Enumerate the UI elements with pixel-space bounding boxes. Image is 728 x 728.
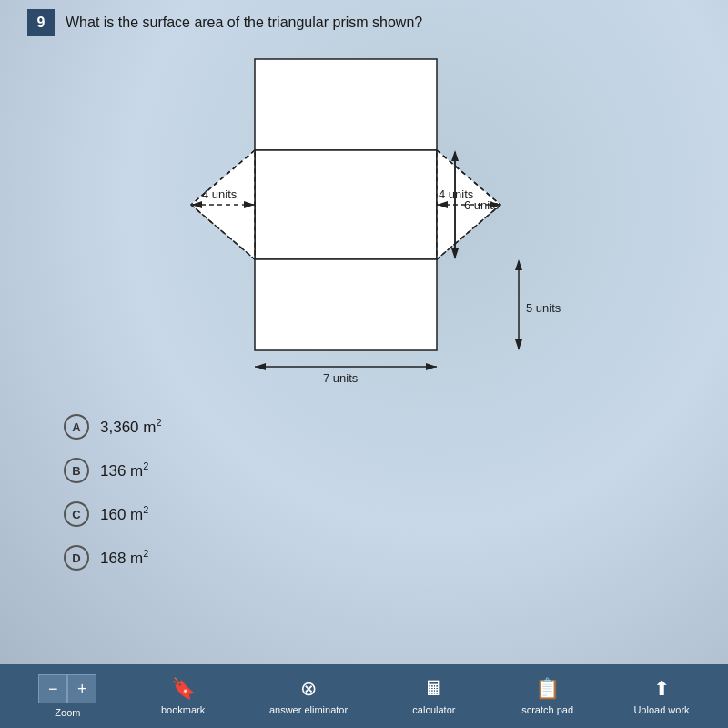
upload-label: Upload work [633, 704, 689, 715]
upload-work-button[interactable]: ⬆ Upload work [633, 677, 689, 715]
svg-text:7 units: 7 units [323, 371, 359, 385]
svg-rect-0 [255, 59, 437, 150]
answer-circle-d: D [64, 545, 89, 571]
diagram-container: 6 units 4 units 4 units 5 units [27, 50, 701, 396]
calculator-icon: 🖩 [424, 677, 444, 701]
answer-choice-a[interactable]: A 3,360 m2 [64, 414, 664, 440]
answer-circle-c: C [64, 501, 89, 527]
svg-marker-29 [255, 363, 266, 370]
svg-marker-30 [426, 363, 437, 370]
answer-circle-a: A [64, 414, 89, 440]
question-area: 9 What is the surface area of the triang… [0, 0, 728, 598]
zoom-minus-button[interactable]: − [38, 674, 67, 703]
answer-text-b: 136 m2 [100, 460, 148, 480]
bookmark-button[interactable]: 🔖 bookmark [156, 677, 210, 715]
svg-marker-26 [515, 339, 522, 350]
scratchpad-button[interactable]: 📋 scratch pad [521, 677, 575, 715]
answer-choice-c[interactable]: C 160 m2 [64, 501, 664, 527]
zoom-label: Zoom [55, 707, 80, 718]
scratchpad-icon: 📋 [535, 677, 560, 701]
diagram-svg: 6 units 4 units 4 units 5 units [136, 50, 592, 396]
answer-text-a: 3,360 m2 [100, 417, 162, 437]
zoom-group: − + Zoom [38, 674, 96, 718]
eliminator-icon: ⊗ [300, 677, 317, 701]
answer-choice-d[interactable]: D 168 m2 [64, 545, 664, 571]
toolbar: − + Zoom 🔖 bookmark ⊗ answer eliminator … [0, 664, 728, 728]
svg-text:5 units: 5 units [526, 301, 561, 315]
question-text: What is the surface area of the triangul… [66, 15, 422, 31]
bookmark-label: bookmark [161, 704, 205, 715]
svg-rect-10 [255, 259, 437, 350]
scratchpad-label: scratch pad [521, 704, 573, 715]
calculator-label: calculator [412, 704, 455, 715]
answer-text-c: 160 m2 [100, 504, 148, 524]
svg-marker-25 [515, 259, 522, 270]
main-content: 9 What is the surface area of the triang… [0, 0, 728, 664]
svg-text:4 units: 4 units [439, 187, 474, 201]
eliminator-label: answer eliminator [269, 704, 348, 715]
answer-eliminator-button[interactable]: ⊗ answer eliminator [269, 677, 348, 715]
svg-text:4 units: 4 units [202, 187, 238, 201]
answer-text-d: 168 m2 [100, 548, 148, 568]
calculator-button[interactable]: 🖩 calculator [407, 677, 461, 715]
upload-icon: ⬆ [653, 677, 670, 701]
zoom-plus-button[interactable]: + [67, 674, 96, 703]
question-number: 9 [27, 9, 55, 36]
bookmark-icon: 🔖 [171, 677, 196, 701]
svg-rect-1 [255, 150, 437, 259]
question-header: 9 What is the surface area of the triang… [27, 9, 701, 36]
answers-section: A 3,360 m2 B 136 m2 C 160 m2 D 168 m2 [27, 414, 701, 571]
answer-circle-b: B [64, 458, 89, 483]
answer-choice-b[interactable]: B 136 m2 [64, 458, 664, 483]
